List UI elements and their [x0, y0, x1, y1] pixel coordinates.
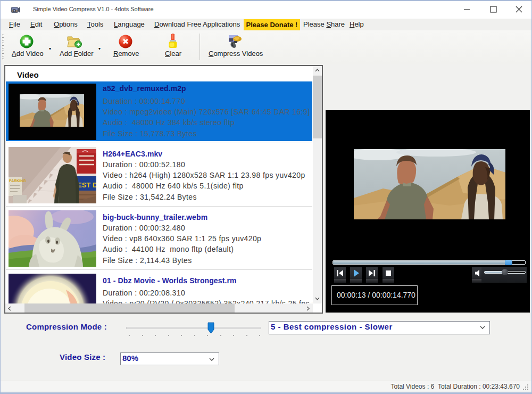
svg-text:EST D: EST D	[77, 181, 96, 189]
svg-text:PARKING: PARKING	[9, 179, 26, 183]
